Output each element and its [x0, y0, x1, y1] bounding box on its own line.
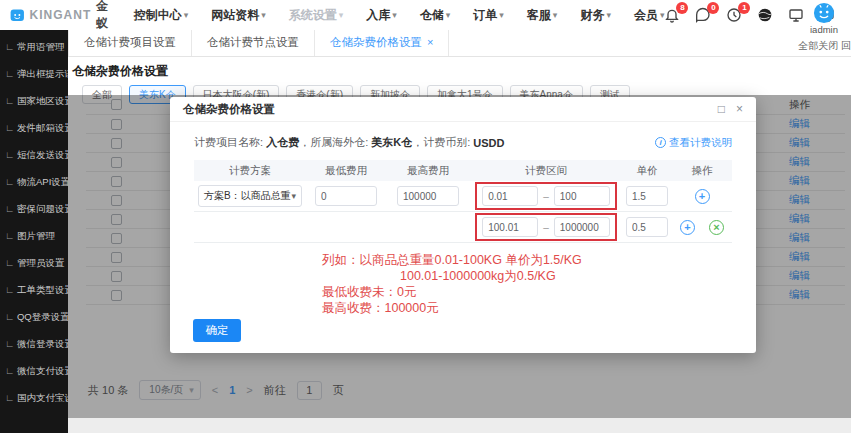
unit-price-input[interactable] [626, 217, 668, 237]
clock-badge: 1 [738, 2, 750, 14]
misc-fee-price-dialog: 仓储杂费价格设置 □ × 计费项目名称: 入仓费， 所属海外仓: 美东K仓， 计… [170, 97, 756, 353]
kingant-logo-icon [10, 5, 25, 25]
sidebar-item-ticket-type[interactable]: 工单类型设置 [0, 276, 68, 303]
tab-billing-nodes[interactable]: 仓储计费节点设置 [192, 30, 315, 56]
range-dash: – [543, 222, 549, 233]
chevron-down-icon: ▾ [446, 10, 451, 20]
currency-code: USDD [473, 137, 504, 149]
sidebar-item-sender-email[interactable]: 发件邮箱设置 [0, 114, 68, 141]
add-row-icon[interactable]: + [695, 189, 710, 204]
range-dash: – [543, 191, 549, 202]
range-from-input[interactable] [482, 186, 538, 206]
annotation-line: 100.01-1000000kg为0.5/KG [322, 268, 732, 284]
chevron-down-icon: ▾ [261, 10, 266, 20]
view-billing-help-link[interactable]: i 查看计费说明 [655, 136, 732, 150]
chevron-down-icon: ▾ [392, 10, 397, 20]
info-icon: i [655, 137, 666, 148]
menu-system-settings[interactable]: 系统设置▾ [289, 7, 344, 24]
globe-language-icon[interactable] [757, 7, 773, 23]
tab-billing-items[interactable]: 仓储计费项目设置 [68, 30, 192, 56]
sidebar-item-wechat-login[interactable]: 微信登录设置 [0, 330, 68, 357]
sidebar-item-sms[interactable]: 短信发送设置 [0, 141, 68, 168]
price-table-header: 计费方案 最低费用 最高费用 计费区间 单价 操作 [194, 160, 732, 181]
confirm-button[interactable]: 确定 [193, 319, 241, 342]
chevron-down-icon: ▾ [606, 10, 611, 20]
sidebar-item-country-region[interactable]: 国家地区设置 [0, 87, 68, 114]
chevron-down-icon: ▾ [553, 10, 558, 20]
menu-members[interactable]: 会员▾ [634, 7, 665, 24]
sidebar-item-qq-login[interactable]: QQ登录设置 [0, 303, 68, 330]
sidebar-item-image-management[interactable]: 图片管理 [0, 222, 68, 249]
price-row-1: 方案B：以商品总重 ▾ – + [194, 181, 732, 212]
annotation-line: 最低收费未：0元 [322, 284, 732, 300]
billing-item-name: 入仓费 [266, 135, 299, 150]
example-annotation: 列如：以商品总重量0.01-100KG 单价为1.5/KG 100.01-100… [194, 252, 732, 316]
close-icon[interactable]: × [736, 103, 743, 115]
billing-info-line: 计费项目名称: 入仓费， 所属海外仓: 美东K仓， 计费币别: USDD i 查… [194, 135, 732, 150]
brand-logo[interactable]: KINGANT 金蚁 [10, 0, 114, 32]
avatar [813, 2, 835, 24]
range-to-input[interactable] [554, 217, 610, 237]
brand-name-en: KINGANT [30, 8, 92, 22]
unit-price-input[interactable] [626, 186, 668, 206]
bottom-strip [68, 418, 851, 433]
menu-control-center[interactable]: 控制中心▾ [134, 7, 189, 24]
menu-customer-service[interactable]: 客服▾ [527, 7, 558, 24]
sidebar-item-wechat-pay[interactable]: 微信支付设置 [0, 357, 68, 384]
max-fee-input[interactable] [397, 186, 459, 206]
annotation-line: 最高收费：100000元 [322, 300, 732, 316]
close-all-tabs[interactable]: 全部关闭 回 [798, 39, 851, 53]
sidebar-item-logistics-api[interactable]: 物流API设置 [0, 168, 68, 195]
page-title: 仓储杂费价格设置 [68, 57, 851, 85]
app-window: KINGANT 金蚁 控制中心▾ 网站资料▾ 系统设置▾ 入库▾ 仓储▾ 订单▾… [0, 0, 851, 433]
chevron-down-icon: ▾ [291, 191, 296, 201]
main-menu: 控制中心▾ 网站资料▾ 系统设置▾ 入库▾ 仓储▾ 订单▾ 客服▾ 财务▾ 会员… [134, 7, 665, 24]
username-label: iadmin [802, 24, 846, 35]
bell-badge: 8 [676, 2, 688, 14]
add-row-icon[interactable]: + [680, 220, 695, 235]
menu-orders[interactable]: 订单▾ [473, 7, 504, 24]
chat-message-icon[interactable]: 0 [695, 7, 711, 23]
sidebar-item-alipay[interactable]: 国内支付宝设置 [0, 384, 68, 411]
menu-site-data[interactable]: 网站资料▾ [211, 7, 266, 24]
sidebar-item-popup-tips[interactable]: 弹出框提示语管理 [0, 60, 68, 87]
chevron-down-icon: ▾ [339, 10, 344, 20]
annotation-line: 列如：以商品总重量0.01-100KG 单价为1.5/KG [322, 252, 732, 268]
dialog-header: 仓储杂费价格设置 □ × [170, 97, 756, 122]
chevron-down-icon: ▾ [499, 10, 504, 20]
remove-row-icon[interactable]: × [709, 220, 724, 235]
menu-inbound[interactable]: 入库▾ [366, 7, 397, 24]
warehouse-name: 美东K仓 [371, 135, 412, 150]
maximize-icon[interactable]: □ [718, 103, 725, 115]
sidebar-item-common-phrases[interactable]: 常用语管理 [0, 33, 68, 60]
chat-badge: 0 [707, 2, 719, 14]
price-row-2: – + × [194, 212, 732, 243]
settings-sidebar: 常用语管理 弹出框提示语管理 国家地区设置 发件邮箱设置 短信发送设置 物流AP… [0, 30, 68, 433]
range-highlight-box: – [475, 213, 617, 241]
tab-close-icon[interactable]: × [427, 36, 433, 48]
top-navbar: KINGANT 金蚁 控制中心▾ 网站资料▾ 系统设置▾ 入库▾ 仓储▾ 订单▾… [0, 0, 851, 30]
user-account[interactable]: iadmin [802, 2, 846, 35]
range-to-input[interactable] [554, 186, 610, 206]
clock-icon[interactable]: 1 [726, 7, 742, 23]
tab-bar: 仓储计费项目设置 仓储计费节点设置 仓储杂费价格设置× 全部关闭 回 [68, 30, 851, 57]
brand-name-cn: 金蚁 [96, 0, 113, 32]
min-fee-input[interactable] [315, 186, 377, 206]
notification-bell-icon[interactable]: 8 [664, 7, 680, 23]
sidebar-item-security-question[interactable]: 密保问题设置 [0, 195, 68, 222]
range-from-input[interactable] [482, 217, 538, 237]
price-config-table: 计费方案 最低费用 最高费用 计费区间 单价 操作 方案B：以商品总重 ▾ [194, 160, 732, 243]
dialog-body: 计费项目名称: 入仓费， 所属海外仓: 美东K仓， 计费币别: USDD i 查… [170, 122, 756, 316]
range-highlight-box: – [475, 182, 617, 210]
dialog-title: 仓储杂费价格设置 [183, 102, 275, 117]
plan-select[interactable]: 方案B：以商品总重 ▾ [198, 185, 302, 207]
menu-finance[interactable]: 财务▾ [580, 7, 611, 24]
tab-misc-fee-price[interactable]: 仓储杂费价格设置× [315, 30, 449, 56]
menu-warehouse[interactable]: 仓储▾ [420, 7, 451, 24]
sidebar-item-admin[interactable]: 管理员设置 [0, 249, 68, 276]
chevron-down-icon: ▾ [184, 10, 189, 20]
